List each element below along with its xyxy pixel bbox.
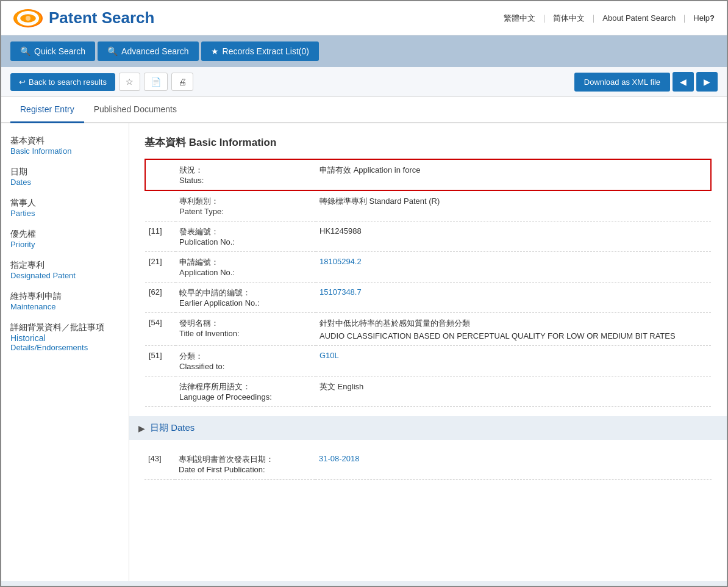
table-row: [62] 較早的申請的編號： Earlier Application No.: …	[145, 283, 711, 313]
table-row: [21] 申請編號： Application No.: 18105294.2	[145, 252, 711, 283]
first-pub-date-link[interactable]: 31-08-2018	[319, 454, 360, 463]
logo-icon	[13, 9, 43, 27]
content-area: 基本資料 Basic Information 日期 Dates 當事人 Part…	[1, 123, 727, 581]
page-header: Patent Search 繁體中文 ｜ 简体中文 ｜ About Patent…	[1, 1, 727, 35]
print-button[interactable]: 🖨	[171, 73, 193, 91]
logo-area: Patent Search	[13, 9, 154, 27]
prev-arrow-button[interactable]: ◀	[673, 72, 694, 92]
basic-info-title: 基本資料 Basic Information	[145, 135, 712, 149]
sidebar-item-basic-info[interactable]: 基本資料 Basic Information	[10, 135, 120, 156]
dates-section-title: 日期 Dates	[150, 422, 194, 434]
download-xml-button[interactable]: Download as XML file	[574, 73, 670, 92]
svg-point-0	[15, 10, 41, 26]
table-row: [43] 專利說明書首次發表日期： Date of First Publicat…	[145, 449, 712, 480]
print-icon: 🖨	[178, 77, 187, 87]
sidebar-item-priority[interactable]: 優先權 Priority	[10, 229, 120, 249]
right-arrow-icon: ▶	[704, 77, 710, 87]
simplified-chinese-link[interactable]: 简体中文	[553, 13, 585, 24]
table-row: [51] 分類： Classified to: G10L	[145, 346, 711, 376]
search-icon: 🔍	[20, 46, 30, 56]
star-icon: ☆	[126, 77, 134, 87]
advanced-search-button[interactable]: 🔍 Advanced Search	[98, 41, 199, 61]
search-icon-adv: 🔍	[107, 46, 118, 56]
sidebar-item-parties[interactable]: 當事人 Parties	[10, 198, 120, 218]
about-link[interactable]: About Patent Search	[602, 13, 676, 23]
tab-register-entry[interactable]: Register Entry	[10, 97, 84, 123]
star-icon: ★	[211, 46, 219, 56]
sidebar-item-dates[interactable]: 日期 Dates	[10, 167, 120, 187]
main-content: 基本資料 Basic Information 狀況： Status: 申請有效 …	[129, 123, 727, 581]
status-row: 狀況： Status: 申請有效 Application in force	[145, 159, 711, 190]
quick-search-button[interactable]: 🔍 Quick Search	[10, 41, 95, 61]
back-button[interactable]: ↩ Back to search results	[10, 73, 115, 91]
table-row: 法律程序所用語文： Language of Proceedings: 英文 En…	[145, 376, 711, 407]
chevron-right-icon: ▶	[138, 423, 145, 433]
sidebar-item-designated-patent[interactable]: 指定專利 Designated Patent	[10, 260, 120, 280]
classification-link[interactable]: G10L	[319, 351, 339, 360]
document-icon: 📄	[151, 77, 161, 87]
toolbar-right: Download as XML file ◀ ▶	[574, 72, 718, 92]
table-row: [54] 發明名稱： Title of Invention: 針對中低比特率的基…	[145, 313, 711, 346]
next-arrow-button[interactable]: ▶	[696, 72, 718, 92]
basic-info-table: 狀況： Status: 申請有效 Application in force 專利…	[145, 159, 712, 407]
sidebar-item-historical[interactable]: 詳細背景資料／批註事項 Historical Details/Endorseme…	[10, 322, 120, 352]
records-extract-button[interactable]: ★ Records Extract List(0)	[201, 41, 319, 61]
sidebar-item-maintenance[interactable]: 維持專利申請 Maintenance	[10, 291, 120, 311]
back-arrow-icon: ↩	[19, 77, 26, 87]
sidebar: 基本資料 Basic Information 日期 Dates 當事人 Part…	[1, 123, 129, 581]
table-row: 專利類別： Patent Type: 轉錄標準專利 Standard Paten…	[145, 190, 711, 221]
help-link[interactable]: Help?	[693, 13, 715, 23]
table-row: [11] 發表編號： Publication No.: HK1245988	[145, 221, 711, 252]
document-button[interactable]: 📄	[144, 73, 168, 91]
app-title: Patent Search	[49, 9, 154, 27]
application-no-link[interactable]: 18105294.2	[319, 257, 362, 266]
left-arrow-icon: ◀	[680, 77, 687, 87]
bookmark-button[interactable]: ☆	[119, 73, 140, 91]
traditional-chinese-link[interactable]: 繁體中文	[504, 13, 535, 24]
dates-subsection-header[interactable]: ▶ 日期 Dates	[129, 416, 727, 440]
toolbar-left: ↩ Back to search results ☆ 📄 🖨	[10, 73, 193, 91]
tab-published-documents[interactable]: Published Documents	[84, 97, 187, 123]
dates-table: [43] 專利說明書首次發表日期： Date of First Publicat…	[145, 449, 712, 480]
svg-point-1	[20, 13, 37, 23]
svg-point-2	[26, 16, 30, 21]
navbar: 🔍 Quick Search 🔍 Advanced Search ★ Recor…	[1, 35, 727, 67]
earlier-app-no-link[interactable]: 15107348.7	[319, 287, 362, 297]
header-links: 繁體中文 ｜ 简体中文 ｜ About Patent Search ｜ Help…	[504, 13, 715, 24]
toolbar: ↩ Back to search results ☆ 📄 🖨 Download …	[1, 67, 727, 97]
tabs-bar: Register Entry Published Documents	[1, 97, 727, 123]
